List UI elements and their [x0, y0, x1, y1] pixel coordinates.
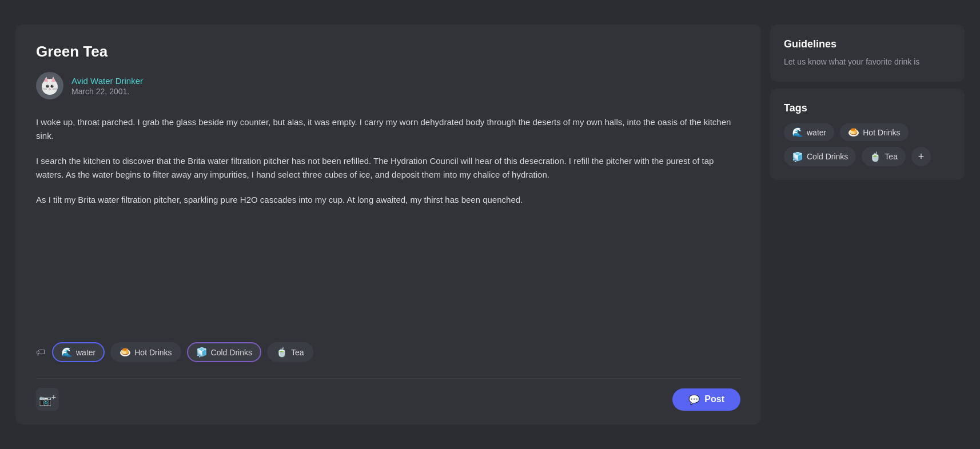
action-bar: 📷+ 💬 Post: [36, 378, 740, 411]
post-paragraph-3: As I tilt my Brita water filtration pitc…: [36, 193, 740, 207]
add-image-icon: 📷+: [39, 392, 57, 407]
tags-card: Tags 🌊 water 🍮 Hot Drinks 🧊 Cold Drinks …: [770, 89, 965, 180]
tag-cold-drinks[interactable]: 🧊 Cold Drinks: [187, 342, 261, 362]
tag-cold-drinks-emoji: 🧊: [196, 347, 208, 358]
sidebar-tags-list: 🌊 water 🍮 Hot Drinks 🧊 Cold Drinks 🍵 Tea: [784, 123, 951, 166]
post-button-icon: 💬: [688, 394, 700, 405]
guidelines-title: Guidelines: [784, 38, 951, 50]
page-layout: Green Tea: [15, 25, 965, 424]
sidebar-tag-hot-drinks-emoji: 🍮: [848, 127, 859, 138]
svg-point-6: [46, 85, 49, 88]
guidelines-card: Guidelines Let us know what your favorit…: [770, 25, 965, 82]
post-button-label: Post: [704, 394, 724, 404]
sidebar-tag-water-label: water: [807, 128, 826, 137]
sidebar-tag-tea-emoji: 🍵: [870, 151, 881, 162]
post-button[interactable]: 💬 Post: [672, 388, 740, 411]
svg-point-8: [47, 85, 49, 86]
author-info: Avid Water Drinker March 22, 2001.: [71, 76, 143, 96]
post-paragraph-1: I woke up, throat parched. I grab the gl…: [36, 115, 740, 143]
svg-line-12: [42, 89, 47, 90]
avatar: [36, 72, 63, 99]
guidelines-description: Let us know what your favorite drink is: [784, 56, 951, 68]
tag-tea[interactable]: 🍵 Tea: [267, 342, 313, 362]
svg-point-10: [49, 88, 51, 89]
sidebar-tag-water-emoji: 🌊: [792, 127, 803, 138]
tag-water[interactable]: 🌊 water: [52, 342, 105, 362]
post-title: Green Tea: [36, 43, 740, 61]
svg-line-14: [53, 89, 58, 90]
tag-tea-label: Tea: [291, 348, 304, 357]
sidebar-tag-hot-drinks-label: Hot Drinks: [863, 128, 900, 137]
main-card: Green Tea: [15, 25, 761, 424]
sidebar-tag-tea-label: Tea: [885, 152, 898, 161]
post-date: March 22, 2001.: [71, 87, 143, 96]
tag-water-emoji: 🌊: [61, 347, 73, 358]
author-row: Avid Water Drinker March 22, 2001.: [36, 72, 740, 99]
svg-point-7: [51, 85, 54, 88]
svg-point-9: [52, 85, 53, 86]
tags-card-title: Tags: [784, 102, 951, 114]
add-tag-button[interactable]: +: [911, 147, 931, 166]
sidebar-tag-hot-drinks[interactable]: 🍮 Hot Drinks: [840, 123, 908, 141]
sidebar-tag-cold-drinks-emoji: 🧊: [792, 151, 803, 162]
tag-tea-emoji: 🍵: [276, 347, 288, 358]
sidebar-tag-tea[interactable]: 🍵 Tea: [862, 147, 906, 166]
tag-water-label: water: [76, 348, 95, 357]
author-name[interactable]: Avid Water Drinker: [71, 76, 143, 86]
tags-icon: 🏷: [36, 347, 45, 358]
sidebar-tag-water[interactable]: 🌊 water: [784, 123, 834, 141]
tag-cold-drinks-label: Cold Drinks: [211, 348, 252, 357]
sidebar: Guidelines Let us know what your favorit…: [770, 25, 965, 180]
tag-hot-drinks-emoji: 🍮: [119, 347, 131, 358]
tag-hot-drinks[interactable]: 🍮 Hot Drinks: [110, 342, 181, 362]
sidebar-tag-cold-drinks[interactable]: 🧊 Cold Drinks: [784, 147, 856, 166]
post-paragraph-2: I search the kitchen to discover that th…: [36, 154, 740, 182]
add-tag-icon: +: [918, 151, 925, 163]
sidebar-tag-cold-drinks-label: Cold Drinks: [807, 152, 848, 161]
post-body: I woke up, throat parched. I grab the gl…: [36, 115, 740, 328]
tags-row: 🏷 🌊 water 🍮 Hot Drinks 🧊 Cold Drinks 🍵 T…: [36, 342, 740, 362]
add-image-button[interactable]: 📷+: [36, 388, 59, 411]
tag-hot-drinks-label: Hot Drinks: [134, 348, 172, 357]
